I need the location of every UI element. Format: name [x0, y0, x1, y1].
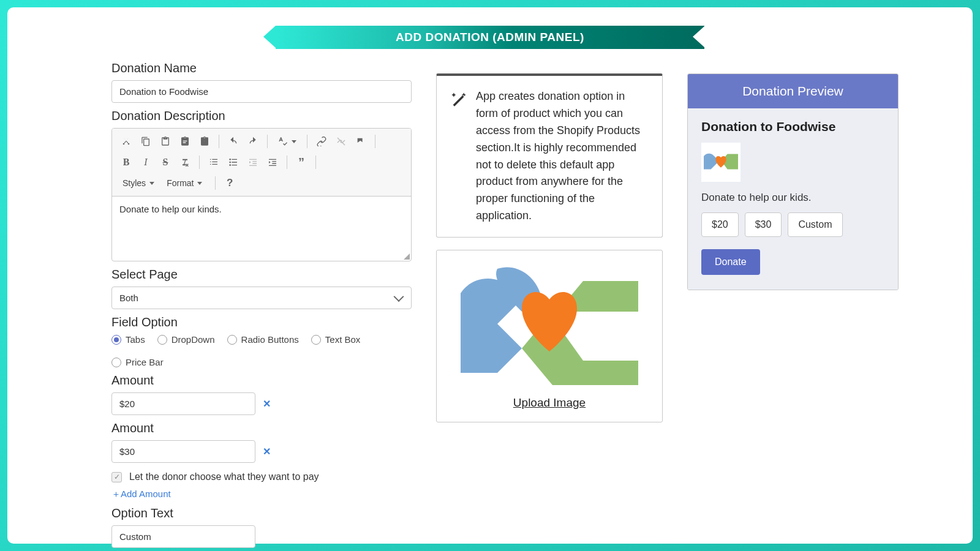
svg-point-2: [229, 164, 231, 166]
spellcheck-dropdown[interactable]: [273, 133, 302, 149]
radio-radiobuttons[interactable]: Radio Buttons: [227, 334, 299, 345]
info-card: App creates donation option in form of p…: [436, 73, 663, 238]
option-text-input[interactable]: [111, 525, 255, 548]
field-option-radios: Tabs DropDown Radio Buttons Text Box Pri…: [111, 334, 412, 367]
info-text: App creates donation option in form of p…: [476, 88, 649, 225]
strike-icon[interactable]: S: [156, 153, 175, 171]
preview-logo-icon: [701, 143, 741, 182]
indent-icon[interactable]: [263, 153, 282, 171]
outdent-icon[interactable]: [244, 153, 262, 171]
preview-description: Donate to help our kids.: [701, 192, 884, 204]
magic-wand-icon: [450, 91, 467, 225]
amount-label-1: Amount: [111, 373, 412, 388]
unlink-icon[interactable]: [332, 132, 350, 151]
blockquote-icon[interactable]: ”: [292, 153, 311, 171]
svg-point-1: [229, 162, 231, 163]
upload-image-card: Upload Image: [436, 250, 663, 422]
donation-desc-label: Donation Description: [111, 109, 412, 123]
page-title-banner: ADD DONATION (ADMIN PANEL): [276, 26, 704, 49]
field-option-label: Field Option: [111, 315, 412, 329]
donor-choose-checkbox[interactable]: ✓: [111, 472, 122, 482]
resize-handle-icon[interactable]: [404, 253, 410, 260]
italic-icon[interactable]: I: [137, 153, 155, 171]
donation-name-input[interactable]: [111, 80, 412, 103]
select-page-dropdown[interactable]: Both: [111, 287, 412, 309]
editor-textarea[interactable]: Donate to help our kinds.: [112, 197, 411, 261]
paste-word-icon[interactable]: [195, 132, 214, 151]
unordered-list-icon[interactable]: [224, 153, 243, 171]
preview-header: Donation Preview: [688, 74, 898, 108]
preview-amount-pill[interactable]: $30: [745, 212, 782, 237]
remove-amount-icon[interactable]: ✕: [263, 398, 271, 410]
cut-icon[interactable]: [117, 132, 135, 151]
donation-logo-icon: [461, 263, 638, 385]
help-icon[interactable]: ?: [221, 174, 239, 192]
amount-input-1[interactable]: [111, 392, 255, 415]
anchor-icon[interactable]: [352, 132, 370, 151]
donation-name-label: Donation Name: [111, 61, 412, 75]
donor-choose-label: Let the donor choose what they want to p…: [129, 471, 319, 482]
format-dropdown[interactable]: Format: [161, 175, 210, 191]
editor-content: Donate to help our kinds.: [119, 204, 222, 214]
preview-amount-pill[interactable]: $20: [701, 212, 739, 237]
rich-text-editor: B I S ” Styles: [111, 128, 412, 261]
add-amount-link[interactable]: ＋Add Amount: [111, 489, 171, 500]
radio-textbox[interactable]: Text Box: [311, 334, 361, 345]
link-icon[interactable]: [312, 132, 331, 151]
amount-label-2: Amount: [111, 421, 412, 435]
paste-text-icon[interactable]: [176, 132, 194, 151]
ordered-list-icon[interactable]: [205, 153, 223, 171]
amount-input-2[interactable]: [111, 440, 255, 463]
svg-point-0: [229, 159, 231, 160]
clear-format-icon[interactable]: [176, 153, 194, 171]
undo-icon[interactable]: [224, 132, 243, 151]
preview-amount-pill[interactable]: Custom: [788, 212, 842, 237]
radio-pricebar[interactable]: Price Bar: [111, 357, 164, 367]
redo-icon[interactable]: [244, 132, 262, 151]
styles-dropdown[interactable]: Styles: [117, 175, 160, 191]
radio-dropdown[interactable]: DropDown: [157, 334, 215, 345]
upload-image-link[interactable]: Upload Image: [449, 396, 650, 410]
donate-button[interactable]: Donate: [701, 249, 760, 275]
option-text-label: Option Text: [111, 506, 412, 520]
copy-icon[interactable]: [137, 132, 155, 151]
preview-title: Donation to Foodwise: [701, 119, 884, 134]
select-page-label: Select Page: [111, 268, 412, 282]
paste-icon[interactable]: [156, 132, 175, 151]
bold-icon[interactable]: B: [117, 153, 135, 171]
donation-preview-card: Donation Preview Donation to Foodwise Do…: [687, 73, 899, 290]
remove-amount-icon[interactable]: ✕: [263, 446, 271, 457]
radio-tabs[interactable]: Tabs: [111, 334, 145, 345]
